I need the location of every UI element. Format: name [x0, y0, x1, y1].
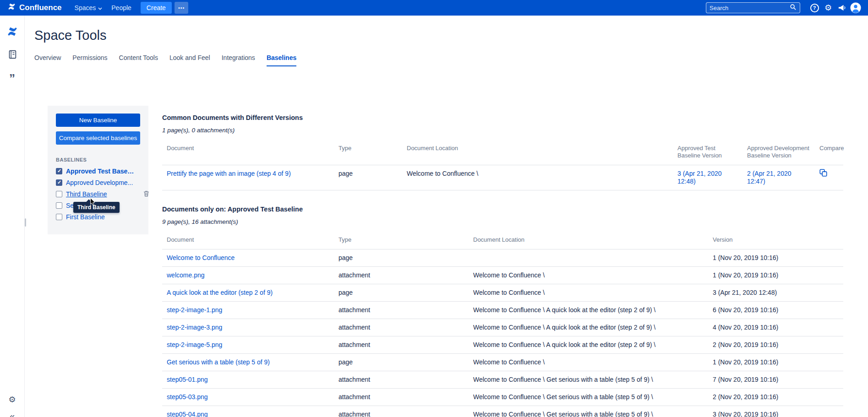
document-link[interactable]: step-2-image-3.png — [167, 324, 222, 331]
document-link[interactable]: step-2-image-5.png — [167, 341, 222, 348]
document-cell: Prettify the page with an image (step 4 … — [162, 165, 334, 190]
table-row: step05-01.png attachment Welcome to Conf… — [162, 371, 843, 389]
table-row: step-2-image-3.png attachment Welcome to… — [162, 319, 843, 336]
location-cell — [469, 249, 708, 267]
confluence-logo-icon — [7, 2, 16, 13]
settings-gear-icon[interactable]: ⚙ — [821, 1, 835, 14]
sidebar-bottom: ⚙ « — [0, 395, 24, 417]
type-cell: attachment — [334, 302, 469, 319]
table-header-row: Document Type Document Location Version — [162, 232, 843, 249]
blogs-quote-icon[interactable]: ” — [5, 70, 19, 84]
document-link[interactable]: step05-04.png — [167, 411, 208, 417]
document-link[interactable]: A quick look at the editor (step 2 of 9) — [167, 289, 273, 296]
document-link[interactable]: step05-01.png — [167, 376, 208, 383]
pages-icon[interactable] — [5, 48, 19, 61]
type-cell: attachment — [334, 389, 469, 406]
type-cell: page — [334, 249, 469, 267]
help-icon[interactable]: ? — [808, 1, 821, 14]
col-document: Document — [162, 232, 334, 249]
baseline-checkbox[interactable] — [56, 202, 62, 209]
only-documents-table: Document Type Document Location Version … — [162, 232, 843, 417]
baseline-link[interactable]: First Baseline — [66, 213, 105, 221]
nav-spaces-label: Spaces — [75, 4, 96, 11]
table-row: Prettify the page with an image (step 4 … — [162, 165, 843, 190]
page-title: Space Tools — [34, 28, 868, 43]
space-settings-gear-icon[interactable]: ⚙ — [8, 395, 16, 405]
document-cell: welcome.png — [162, 267, 334, 284]
tab-baselines[interactable]: Baselines — [267, 54, 296, 66]
version-link[interactable]: 2 (Apr 21, 2020 12:47) — [747, 170, 792, 185]
brand-text: Confluence — [19, 3, 62, 12]
nav-right: ? ⚙ — [706, 1, 863, 14]
tab-look-and-feel[interactable]: Look and Feel — [169, 54, 210, 66]
col-test-baseline-version: Approved Test Baseline Version — [673, 140, 742, 165]
compare-icon[interactable] — [819, 171, 827, 178]
tab-integrations[interactable]: Integrations — [222, 54, 255, 66]
delete-baseline-trash-icon[interactable] — [143, 190, 149, 198]
baseline-link[interactable]: Third Baseline — [66, 190, 107, 198]
tab-permissions[interactable]: Permissions — [72, 54, 107, 66]
section-summary: 1 page(s), 0 attachment(s) — [162, 127, 843, 134]
nav-spaces[interactable]: Spaces — [70, 2, 107, 14]
top-nav: Confluence Spaces People Create ••• ? ⚙ — [0, 0, 868, 16]
col-location: Document Location — [469, 232, 708, 249]
version-cell: 4 (Nov 20, 2019 10:16) — [708, 319, 843, 336]
search-box — [706, 2, 800, 13]
document-cell: step-2-image-3.png — [162, 319, 334, 336]
document-link[interactable]: Get serious with a table (step 5 of 9) — [167, 358, 270, 366]
document-cell: A quick look at the editor (step 2 of 9) — [162, 284, 334, 302]
tab-content-tools[interactable]: Content Tools — [119, 54, 158, 66]
confluence-logo[interactable]: Confluence — [7, 2, 62, 13]
baseline-checkbox[interactable] — [56, 179, 62, 186]
nav-more-button[interactable]: ••• — [175, 2, 189, 14]
table-row: step-2-image-1.png attachment Welcome to… — [162, 302, 843, 319]
sidebar-resize-handle[interactable] — [25, 218, 26, 227]
common-documents-table: Document Type Document Location Approved… — [162, 140, 843, 190]
compare-cell — [815, 165, 843, 190]
col-dev-baseline-version: Approved Development Baseline Version — [742, 140, 815, 165]
nav-people-label: People — [111, 4, 131, 11]
document-link[interactable]: Prettify the page with an image (step 4 … — [167, 170, 291, 177]
table-row: welcome.png attachment Welcome to Conflu… — [162, 267, 843, 284]
baseline-checkbox[interactable] — [56, 191, 62, 197]
collapse-sidebar-icon[interactable]: « — [10, 411, 15, 417]
user-avatar[interactable] — [849, 1, 863, 14]
search-input[interactable] — [710, 5, 790, 11]
space-tools-tabs: Overview Permissions Content Tools Look … — [34, 54, 868, 66]
compare-baselines-button[interactable]: Compare selected baselines — [56, 131, 140, 145]
document-link[interactable]: step05-03.png — [167, 393, 208, 401]
version-cell: 6 (Nov 20, 2019 10:16) — [708, 302, 843, 319]
section-summary: 9 page(s), 16 attachment(s) — [162, 218, 843, 225]
col-version: Version — [708, 232, 843, 249]
baseline-tooltip: Third Baseline — [73, 202, 120, 213]
search-icon[interactable] — [790, 4, 797, 12]
nav-left: Confluence Spaces People Create ••• — [7, 2, 188, 14]
baseline-checkbox[interactable] — [56, 214, 62, 220]
baseline-link[interactable]: Approved Developme... — [66, 179, 133, 186]
document-link[interactable]: welcome.png — [167, 271, 205, 279]
version-link[interactable]: 3 (Apr 21, 2020 12:48) — [677, 170, 722, 185]
baselines-panel: New Baseline Compare selected baselines … — [48, 106, 148, 234]
type-cell: attachment — [334, 319, 469, 336]
document-cell: step-2-image-5.png — [162, 336, 334, 354]
create-button[interactable]: Create — [141, 2, 172, 14]
location-cell: Welcome to Confluence \ Get serious with… — [469, 389, 708, 406]
baseline-link[interactable]: Approved Test Baseli... — [66, 168, 135, 175]
col-type: Type — [334, 232, 469, 249]
table-row: A quick look at the editor (step 2 of 9)… — [162, 284, 843, 302]
new-baseline-button[interactable]: New Baseline — [56, 114, 140, 127]
type-cell: attachment — [334, 406, 469, 417]
megaphone-icon[interactable] — [835, 1, 849, 14]
nav-people[interactable]: People — [107, 2, 136, 14]
baseline-checkbox[interactable] — [56, 168, 62, 174]
left-sidebar: ” ⚙ « — [0, 16, 25, 417]
table-row: Get serious with a table (step 5 of 9) p… — [162, 354, 843, 371]
space-logo-icon[interactable] — [5, 25, 19, 38]
document-link[interactable]: step-2-image-1.png — [167, 306, 222, 314]
dev-version-cell: 2 (Apr 21, 2020 12:47) — [742, 165, 815, 190]
document-link[interactable]: Welcome to Confluence — [167, 254, 235, 261]
document-cell: step-2-image-1.png — [162, 302, 334, 319]
tab-overview[interactable]: Overview — [34, 54, 61, 66]
content-row: New Baseline Compare selected baselines … — [25, 106, 868, 417]
type-cell: page — [334, 165, 402, 190]
